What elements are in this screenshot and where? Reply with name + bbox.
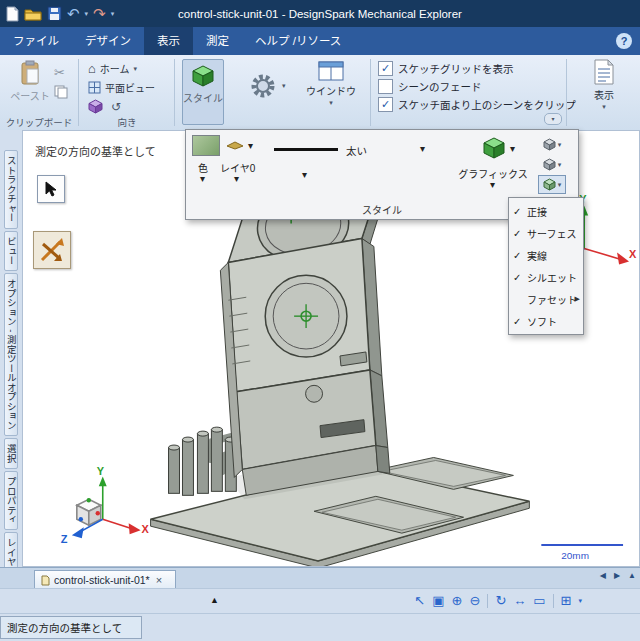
layer-icon-dropdown[interactable]: ▾ bbox=[248, 143, 253, 149]
menu-item-facet[interactable]: ✓ ファセット ▶ bbox=[509, 288, 583, 310]
clipboard-group-label: クリップボード bbox=[0, 115, 78, 129]
option-clip-scene[interactable]: ✓ スケッチ面より上のシーンをクリップ bbox=[378, 97, 576, 112]
line-weight-label: 太い bbox=[346, 143, 367, 158]
shaded-style-button[interactable]: ▾ bbox=[538, 135, 566, 154]
views-icon[interactable]: ⊞ bbox=[561, 592, 572, 610]
tab-scroll-controls: ◀ ▶ ▲ bbox=[600, 571, 636, 580]
svg-text:Z: Z bbox=[61, 533, 68, 545]
wireframe-style-button[interactable]: ▾ bbox=[538, 155, 566, 174]
window-button[interactable]: ウインドウ ▾ bbox=[304, 61, 358, 106]
paste-icon bbox=[19, 60, 41, 86]
document-tab-bar: control-stick-unit-01* × ◀ ▶ ▲ bbox=[0, 567, 640, 589]
select-arrow-icon[interactable]: ↖ bbox=[414, 592, 425, 610]
save-icon[interactable] bbox=[47, 5, 62, 23]
redo-icon[interactable]: ↷ bbox=[93, 5, 106, 23]
component-mode-icon[interactable]: ▣ bbox=[432, 592, 444, 610]
sidetab-views[interactable]: ビュー bbox=[4, 231, 18, 272]
machine-body bbox=[220, 179, 389, 496]
document-tab[interactable]: control-stick-unit-01* × bbox=[34, 570, 176, 589]
checkbox[interactable]: ✓ bbox=[378, 79, 393, 94]
zoom-out-icon[interactable]: ⊖ bbox=[469, 592, 480, 610]
new-doc-icon[interactable] bbox=[6, 5, 19, 23]
measure-direction-tool-button[interactable] bbox=[33, 231, 71, 269]
menu-item-solid-line[interactable]: ✓ 実線 bbox=[509, 244, 583, 266]
help-icon[interactable]: ? bbox=[616, 33, 632, 49]
window-dropdown-icon[interactable]: ▾ bbox=[329, 100, 333, 106]
menu-item-tangent[interactable]: ✓ 正接 bbox=[509, 200, 583, 222]
line-weight-preview[interactable] bbox=[274, 148, 338, 151]
tab-next-icon[interactable]: ▶ bbox=[614, 571, 620, 580]
undo-icon[interactable]: ↶ bbox=[67, 5, 80, 23]
sidetab-properties[interactable]: プロパティ bbox=[4, 471, 18, 531]
sidetab-selection[interactable]: 選択 bbox=[4, 438, 18, 469]
select-tool-button[interactable] bbox=[37, 175, 65, 203]
checkbox[interactable]: ✓ bbox=[378, 61, 393, 76]
pan-icon[interactable]: ↔ bbox=[513, 592, 526, 610]
line-weight-dropdown-icon[interactable]: ▾ bbox=[420, 146, 425, 152]
style-cube-icon bbox=[191, 64, 215, 88]
menu-item-silhouette[interactable]: ✓ シルエット bbox=[509, 266, 583, 288]
layer-icon[interactable] bbox=[226, 140, 244, 152]
orientation-tools: ↺ bbox=[88, 99, 121, 114]
paste-button[interactable]: ペースト bbox=[8, 60, 52, 103]
panel-notch-icon[interactable]: ▲ bbox=[210, 595, 219, 605]
tab-file[interactable]: ファイル bbox=[0, 27, 72, 55]
ribbon-overflow-button[interactable]: ▾ bbox=[544, 113, 562, 125]
plan-view-button[interactable]: 平面ビュー bbox=[88, 80, 155, 95]
spin-icon[interactable]: ↻ bbox=[495, 592, 506, 610]
color-swatch[interactable] bbox=[192, 135, 220, 156]
zoom-window-icon[interactable]: ▭ bbox=[533, 592, 545, 610]
quick-access-toolbar: ↶ ▾ ↷ ▾ bbox=[6, 5, 114, 23]
orientation-cube-icon[interactable] bbox=[88, 99, 103, 114]
views-dropdown-icon[interactable]: ▾ bbox=[578, 598, 582, 604]
option-scene-fade[interactable]: ✓ シーンのフェード bbox=[378, 79, 481, 94]
style-button[interactable]: スタイル bbox=[182, 59, 224, 125]
display-dropdown-icon[interactable]: ▾ bbox=[602, 104, 606, 110]
cut-icon[interactable]: ✂ bbox=[54, 65, 65, 80]
tab-up-icon[interactable]: ▲ bbox=[628, 571, 636, 580]
checkbox[interactable]: ✓ bbox=[378, 97, 393, 112]
layer-dropdown-icon[interactable]: ▾ bbox=[234, 176, 239, 182]
sidetab-structure[interactable]: ストラクチャー bbox=[4, 150, 18, 229]
color-dropdown-icon[interactable]: ▾ bbox=[200, 176, 205, 182]
zoom-in-icon[interactable]: ⊕ bbox=[452, 592, 463, 610]
copy-icon[interactable] bbox=[54, 85, 68, 99]
sidetab-layers[interactable]: レイヤ bbox=[4, 532, 18, 567]
ribbon-separator bbox=[78, 59, 79, 126]
canvas-hint-text: 測定の方向の基準として bbox=[35, 143, 156, 159]
open-folder-icon[interactable] bbox=[24, 5, 42, 23]
graphics-dropdown-icon[interactable]: ▾ bbox=[490, 182, 495, 188]
home-dropdown-icon[interactable]: ▾ bbox=[134, 66, 138, 72]
home-view-button[interactable]: ⌂ ホーム ▾ bbox=[88, 61, 137, 76]
tab-design[interactable]: デザイン bbox=[72, 27, 144, 55]
settings-button[interactable]: ▾ bbox=[248, 71, 286, 101]
menu-item-surface[interactable]: ✓ サーフェス bbox=[509, 222, 583, 244]
toolbar-separator bbox=[487, 594, 488, 608]
edge-display-button[interactable]: ▾ bbox=[538, 175, 566, 194]
option-show-sketch-grid[interactable]: ✓ スケッチグリッドを表示 bbox=[378, 61, 514, 76]
close-tab-icon[interactable]: × bbox=[156, 574, 162, 586]
status-bar: 測定の方向の基準として bbox=[0, 613, 640, 641]
tab-measure[interactable]: 測定 bbox=[193, 27, 242, 55]
tab-help-resources[interactable]: ヘルプ /リソース bbox=[242, 27, 354, 55]
line-style-dropdown-icon[interactable]: ▾ bbox=[302, 172, 307, 178]
measure-arrows-icon bbox=[38, 236, 66, 264]
window-icon bbox=[318, 61, 344, 81]
title-bar: ↶ ▾ ↷ ▾ control-stick-unit-01 - DesignSp… bbox=[0, 0, 640, 27]
graphics-cube-icon[interactable] bbox=[482, 136, 506, 162]
spin-view-icon[interactable]: ↺ bbox=[111, 100, 121, 114]
graphics-icon-dropdown[interactable]: ▾ bbox=[510, 146, 515, 152]
display-button[interactable]: 表示 ▾ bbox=[574, 59, 634, 110]
ribbon-separator bbox=[174, 59, 175, 126]
svg-text:X: X bbox=[629, 248, 637, 260]
ribbon: ペースト ✂ クリップボード ⌂ ホーム ▾ 平面ビュー ↺ bbox=[0, 55, 640, 131]
view-toolbar: ▲ ↖ ▣ ⊕ ⊖ ↻ ↔ ▭ ⊞ ▾ bbox=[0, 588, 640, 614]
settings-dropdown-icon[interactable]: ▾ bbox=[282, 83, 286, 89]
undo-dropdown-icon[interactable]: ▾ bbox=[85, 5, 89, 23]
tab-prev-icon[interactable]: ◀ bbox=[600, 571, 606, 580]
sidetab-options[interactable]: オプション - 測定ツールオプション bbox=[4, 273, 18, 436]
redo-dropdown-icon[interactable]: ▾ bbox=[111, 5, 115, 23]
tab-display[interactable]: 表示 bbox=[144, 27, 193, 55]
menu-item-soft[interactable]: ✓ ソフト bbox=[509, 310, 583, 332]
document-lines-icon bbox=[594, 59, 614, 85]
